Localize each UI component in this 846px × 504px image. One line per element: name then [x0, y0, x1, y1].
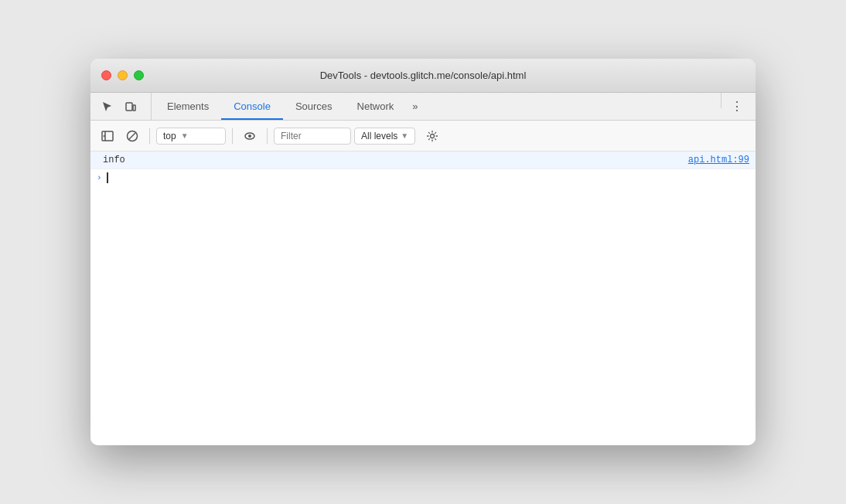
- tabbar-tool-icons: [97, 93, 152, 120]
- svg-point-8: [248, 135, 251, 138]
- toolbar-divider-2: [232, 128, 233, 144]
- sidebar-toggle-button[interactable]: [97, 125, 118, 147]
- console-entry: info api.html:99: [90, 152, 756, 169]
- levels-dropdown-arrow: ▼: [401, 131, 408, 140]
- clear-console-button[interactable]: [121, 125, 143, 147]
- tab-network[interactable]: Network: [345, 93, 407, 120]
- window-title: DevTools - devtools.glitch.me/console/ap…: [320, 70, 527, 81]
- svg-point-9: [431, 134, 435, 138]
- traffic-lights: [101, 70, 144, 80]
- tab-sources[interactable]: Sources: [283, 93, 345, 120]
- devtools-window: DevTools - devtools.glitch.me/console/ap…: [90, 59, 756, 445]
- devtools-menu-button[interactable]: ⋮: [725, 93, 749, 120]
- close-button[interactable]: [101, 70, 111, 80]
- console-prompt-chevron: ›: [97, 173, 102, 182]
- tabbar: Elements Console Sources Network » ⋮: [90, 93, 756, 121]
- log-levels-selector[interactable]: All levels ▼: [354, 128, 415, 145]
- context-dropdown-arrow: ▼: [181, 131, 189, 140]
- toolbar-divider-3: [267, 128, 268, 144]
- svg-rect-0: [126, 103, 132, 111]
- tab-elements[interactable]: Elements: [155, 93, 221, 120]
- svg-line-6: [129, 133, 135, 139]
- titlebar: DevTools - devtools.glitch.me/console/ap…: [90, 59, 756, 93]
- eager-eval-button[interactable]: [239, 125, 261, 147]
- svg-rect-1: [133, 105, 135, 111]
- more-tabs-button[interactable]: »: [406, 93, 424, 120]
- console-entry-text: info: [103, 155, 682, 165]
- device-toggle-button[interactable]: [120, 96, 142, 117]
- maximize-button[interactable]: [134, 70, 144, 80]
- tab-console[interactable]: Console: [221, 93, 283, 120]
- inspect-element-button[interactable]: [97, 96, 118, 117]
- console-body[interactable]: info api.html:99 ›: [90, 152, 756, 445]
- console-input-row[interactable]: ›: [90, 169, 756, 186]
- console-toolbar: top ▼ All levels ▼: [90, 121, 756, 152]
- console-settings-button[interactable]: [421, 125, 443, 147]
- filter-input[interactable]: [274, 128, 351, 145]
- console-entry-source[interactable]: api.html:99: [688, 155, 749, 165]
- context-selector[interactable]: top ▼: [156, 128, 226, 145]
- tabbar-spacer: [425, 93, 718, 120]
- svg-marker-4: [104, 135, 105, 138]
- console-cursor: [107, 172, 108, 183]
- toolbar-divider-1: [149, 128, 150, 144]
- minimize-button[interactable]: [118, 70, 128, 80]
- tabbar-divider: [721, 93, 721, 108]
